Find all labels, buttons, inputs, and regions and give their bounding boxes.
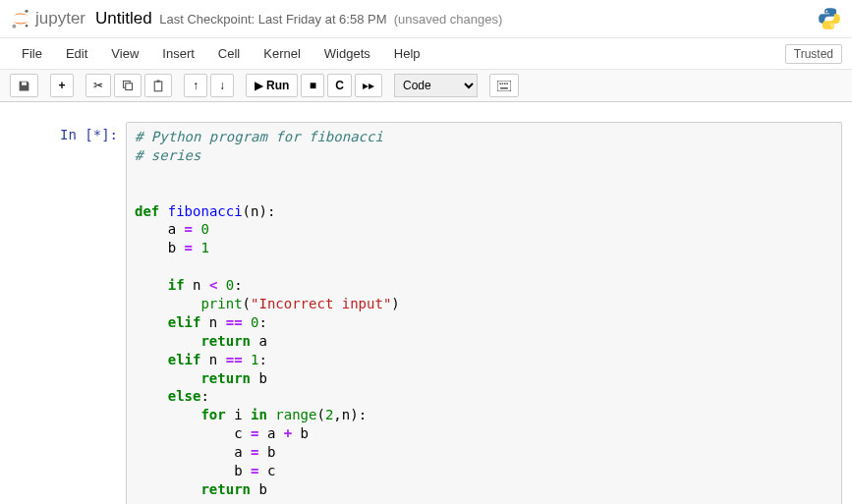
notebook-header: jupyter Untitled Last Checkpoint: Last F… bbox=[0, 0, 852, 38]
plus-icon: + bbox=[58, 79, 65, 92]
cut-button[interactable]: ✂ bbox=[85, 74, 111, 97]
toolbar: + ✂ ↑ ↓ ▶Run ■ C ▸▸ Code bbox=[0, 70, 852, 102]
restart-icon: C bbox=[335, 79, 344, 92]
run-icon: ▶ bbox=[255, 79, 263, 92]
checkpoint-text: Last Checkpoint: Last Friday at 6:58 PM … bbox=[156, 12, 503, 27]
svg-rect-9 bbox=[497, 81, 511, 91]
notebook-title[interactable]: Untitled bbox=[95, 9, 152, 28]
menu-insert[interactable]: Insert bbox=[150, 38, 206, 69]
trusted-indicator[interactable]: Trusted bbox=[785, 44, 842, 64]
move-down-button[interactable]: ↓ bbox=[210, 74, 234, 97]
run-button[interactable]: ▶Run bbox=[246, 74, 298, 97]
save-button[interactable] bbox=[10, 74, 38, 97]
svg-rect-12 bbox=[504, 83, 506, 84]
arrow-up-icon: ↑ bbox=[193, 79, 199, 92]
jupyter-brand-text: jupyter bbox=[35, 9, 85, 28]
jupyter-logo[interactable]: jupyter bbox=[10, 8, 85, 29]
restart-run-all-button[interactable]: ▸▸ bbox=[355, 74, 382, 97]
copy-icon bbox=[122, 80, 134, 91]
command-palette-button[interactable] bbox=[489, 74, 519, 97]
svg-rect-11 bbox=[502, 83, 504, 84]
svg-rect-8 bbox=[157, 80, 160, 82]
restart-button[interactable]: C bbox=[327, 74, 352, 97]
code-editor[interactable]: # Python program for fibonacci# series d… bbox=[135, 128, 833, 504]
code-cell[interactable]: In [*]: # Python program for fibonacci# … bbox=[10, 122, 842, 504]
svg-rect-6 bbox=[126, 84, 133, 90]
move-up-button[interactable]: ↑ bbox=[184, 74, 207, 97]
menubar: File Edit View Insert Cell Kernel Widget… bbox=[0, 38, 852, 70]
menu-view[interactable]: View bbox=[99, 38, 150, 69]
svg-rect-14 bbox=[500, 87, 508, 89]
notebook-area: In [*]: # Python program for fibonacci# … bbox=[0, 102, 852, 504]
cell-type-select[interactable]: Code bbox=[394, 74, 478, 97]
save-icon bbox=[18, 80, 30, 92]
svg-point-4 bbox=[831, 26, 833, 28]
cut-icon: ✂ bbox=[93, 79, 103, 92]
menu-widgets[interactable]: Widgets bbox=[312, 38, 382, 69]
stop-icon: ■ bbox=[310, 79, 316, 92]
jupyter-icon bbox=[10, 8, 31, 29]
paste-button[interactable] bbox=[144, 74, 172, 97]
fast-forward-icon: ▸▸ bbox=[363, 79, 374, 92]
input-prompt: In [*]: bbox=[10, 122, 126, 504]
menu-kernel[interactable]: Kernel bbox=[252, 38, 312, 69]
svg-point-0 bbox=[25, 10, 28, 13]
svg-rect-13 bbox=[506, 83, 508, 84]
menu-cell[interactable]: Cell bbox=[206, 38, 252, 69]
svg-point-1 bbox=[12, 25, 16, 28]
svg-rect-10 bbox=[499, 83, 501, 84]
keyboard-icon bbox=[497, 81, 511, 91]
code-input-area[interactable]: # Python program for fibonacci# series d… bbox=[126, 122, 842, 504]
menu-file[interactable]: File bbox=[10, 38, 54, 69]
svg-point-2 bbox=[26, 25, 28, 28]
menu-help[interactable]: Help bbox=[382, 38, 432, 69]
copy-button[interactable] bbox=[114, 74, 142, 97]
svg-point-3 bbox=[825, 11, 827, 13]
arrow-down-icon: ↓ bbox=[219, 79, 225, 92]
add-cell-button[interactable]: + bbox=[50, 74, 74, 97]
menu-edit[interactable]: Edit bbox=[54, 38, 99, 69]
interrupt-button[interactable]: ■ bbox=[301, 74, 324, 97]
python-kernel-icon[interactable] bbox=[817, 6, 842, 31]
svg-rect-7 bbox=[154, 82, 162, 91]
paste-icon bbox=[152, 80, 164, 92]
